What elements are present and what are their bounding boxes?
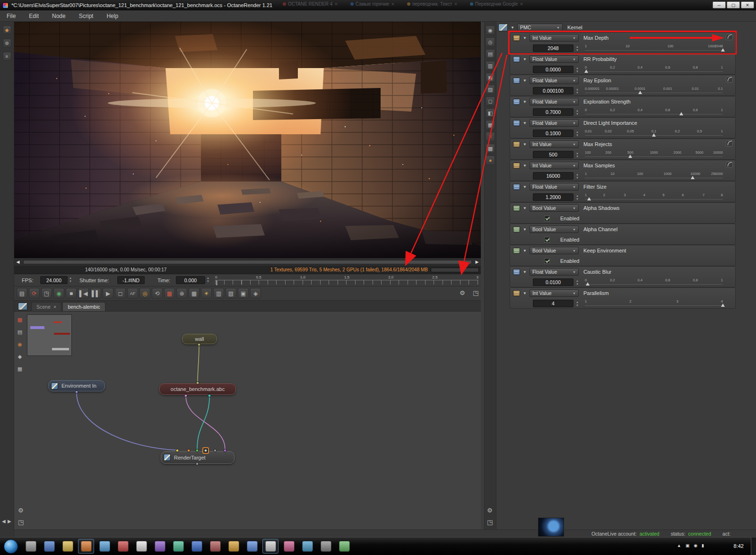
stepper-up-icon[interactable]: ▲	[576, 301, 579, 304]
minimize-button[interactable]: ─	[713, 1, 726, 9]
param-slider[interactable]: 0,010,020,050,10,20,51	[585, 129, 723, 138]
mesh-icon[interactable]: ◆	[15, 352, 25, 361]
value-type-dropdown[interactable]: Float Value▼	[530, 119, 579, 127]
menu-edit[interactable]: Edit	[29, 13, 39, 19]
paste-icon[interactable]: ▧	[226, 288, 236, 299]
taskbar-app[interactable]	[115, 539, 131, 554]
stepper-up-icon[interactable]: ▲	[576, 173, 579, 176]
collapse-arrow-icon[interactable]: ▼	[523, 36, 527, 40]
app-cube-icon[interactable]: ◆	[3, 26, 11, 34]
node-pin[interactable]	[75, 390, 78, 394]
node-pin[interactable]	[187, 449, 191, 452]
zoom-icon[interactable]: ⊕	[176, 288, 187, 299]
collapse-arrow-icon[interactable]: ▼	[523, 249, 527, 253]
stepper-up-icon[interactable]: ▲	[576, 109, 579, 113]
tab-bench-alembic[interactable]: bench-alembic	[62, 302, 105, 311]
value-type-dropdown[interactable]: Float Value▼	[530, 98, 579, 105]
value-field[interactable]: 2048▲▼	[533, 44, 574, 52]
taskbar-app[interactable]	[41, 539, 57, 554]
stepper-up-icon[interactable]: ▲	[576, 152, 579, 155]
taskbar-app[interactable]	[262, 539, 278, 554]
timeline-ruler[interactable]: 00,51,01,52,02,53	[215, 275, 478, 286]
param-slider[interactable]: 110100100010000256000	[585, 171, 723, 181]
node-pin[interactable]	[196, 449, 199, 452]
shutter-field[interactable]: -1.#IND	[117, 276, 145, 284]
inspector-wrench-icon[interactable]: ⚙	[487, 507, 493, 514]
value-type-dropdown[interactable]: Int Value▼	[530, 34, 579, 42]
panel-prev-icon[interactable]: ◀	[2, 519, 6, 524]
menu-script[interactable]: Script	[79, 13, 94, 19]
stepper-down-icon[interactable]: ▼	[576, 91, 579, 95]
node-environment-in[interactable]: Environment In	[48, 380, 105, 391]
taskbar-app[interactable]	[226, 539, 242, 554]
tray-expand-icon[interactable]: ▲	[677, 543, 681, 548]
fullscreen-icon[interactable]: ◳	[473, 289, 478, 296]
value-stepper[interactable]: ▲▼	[576, 194, 579, 201]
slider-marker[interactable]	[691, 176, 695, 179]
collapse-arrow-icon[interactable]: ▼	[523, 270, 527, 274]
film-settings-icon[interactable]: ▤	[486, 49, 495, 59]
stepper-up-icon[interactable]: ▲	[576, 67, 579, 70]
stepper-down-icon[interactable]: ▼	[576, 283, 579, 286]
stepper-down-icon[interactable]: ▼	[576, 113, 579, 116]
menu-node[interactable]: Node	[52, 13, 66, 19]
slider-marker[interactable]	[721, 304, 725, 307]
log-scale-icon[interactable]	[726, 140, 733, 147]
collapse-arrow-icon[interactable]: ▼	[523, 206, 527, 210]
timeline-playhead[interactable]	[216, 280, 217, 286]
value-field[interactable]: 0.7000▲▼	[533, 108, 574, 116]
material-ball-icon[interactable]: ◉	[53, 288, 64, 299]
close-button[interactable]: ✕	[741, 1, 754, 9]
render-viewport[interactable]	[14, 22, 481, 258]
menu-file[interactable]: File	[7, 13, 16, 19]
titlebar[interactable]: *C:\Users\ElvisSuperStar007\Pictures\oct…	[0, 0, 756, 10]
value-type-dropdown[interactable]: Float Value▼	[530, 268, 579, 276]
focus-pick-icon[interactable]: ◎	[139, 288, 150, 299]
value-stepper[interactable]: ▲▼	[576, 130, 579, 137]
value-field[interactable]: 0.000100▲▼	[533, 87, 574, 95]
param-slider[interactable]: 00,20,40,60,81	[585, 65, 723, 74]
value-type-dropdown[interactable]: Float Value▼	[530, 55, 579, 63]
skip-start-icon[interactable]: ▌◀	[78, 288, 89, 299]
inspector-expand-icon[interactable]: ◳	[487, 519, 493, 526]
value-stepper[interactable]: ▲▼	[576, 301, 579, 307]
collapse-arrow-icon[interactable]: ▼	[523, 57, 527, 61]
taskbar-app[interactable]	[133, 539, 149, 554]
taskbar-app[interactable]	[96, 539, 113, 554]
value-field[interactable]: 16000▲▼	[533, 172, 574, 180]
pause-icon[interactable]: ▌▌	[90, 288, 101, 299]
value-type-dropdown[interactable]: Int Value▼	[530, 289, 579, 297]
value-field[interactable]: 500▲▼	[533, 151, 574, 158]
value-stepper[interactable]: ▲▼	[576, 88, 579, 95]
node-pin[interactable]	[196, 462, 199, 466]
network-icon[interactable]: ▮	[702, 543, 704, 548]
viewport-scrollbar[interactable]: ◀ ▶	[14, 258, 481, 266]
collapse-arrow-icon[interactable]: ▼	[523, 142, 527, 147]
tab-close-icon[interactable]: ✕	[53, 305, 57, 309]
postprocess-icon[interactable]: ▨	[486, 85, 495, 94]
start-button[interactable]	[4, 539, 18, 554]
value-stepper[interactable]: ▲▼	[576, 109, 579, 116]
stepper-down-icon[interactable]: ▼	[576, 176, 579, 180]
taskbar-clock[interactable]: 8:42	[734, 543, 744, 549]
delete-icon[interactable]: ✕	[486, 132, 495, 141]
value-type-dropdown[interactable]: Bool Value▼	[530, 204, 579, 212]
log-scale-icon[interactable]	[726, 34, 733, 40]
expand-corners-icon[interactable]: ◳	[18, 519, 24, 526]
taskbar-app[interactable]	[207, 539, 223, 554]
collapse-arrow-icon[interactable]: ▼	[523, 291, 527, 295]
value-type-dropdown[interactable]: Bool Value▼	[530, 247, 579, 254]
fps-field[interactable]: 24.000	[40, 276, 68, 284]
value-field[interactable]: 0.1000▲▼	[533, 130, 574, 137]
taskbar-app[interactable]	[170, 539, 186, 554]
grid-icon[interactable]: ▩	[486, 144, 495, 153]
stepper-down-icon[interactable]: ▼	[576, 198, 579, 201]
texture-icon[interactable]: ◉	[15, 339, 25, 349]
param-slider[interactable]: 10020050010002000500010000	[585, 150, 723, 159]
slider-marker[interactable]	[638, 91, 642, 94]
value-field[interactable]: 0.0100▲▼	[533, 278, 574, 286]
layout-icon[interactable]: ▦	[189, 288, 200, 299]
value-field[interactable]: 0.0000▲▼	[533, 66, 574, 73]
film-icon[interactable]: ▤	[15, 327, 25, 337]
package-icon[interactable]: ◧	[486, 108, 495, 118]
